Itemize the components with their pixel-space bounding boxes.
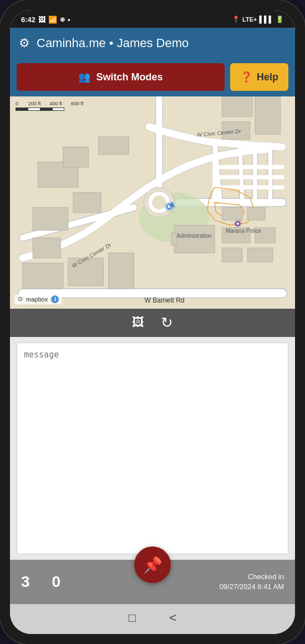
map-scale-bar: 0 200 ft 400 ft 600 ft (16, 101, 84, 111)
photo-toolbar-button[interactable]: 🖼 (132, 315, 144, 330)
people-icon: 👥 (78, 71, 90, 83)
map-container[interactable]: W Civic Center Dr W Civic Center Dr Admi… (10, 96, 295, 309)
switch-modes-button[interactable]: 👥 Switch Modes (17, 63, 225, 91)
svg-rect-8 (174, 225, 215, 253)
info-icon[interactable]: ℹ (51, 295, 59, 303)
counter-right: 0 (52, 573, 61, 591)
scale-600: 600 ft (71, 101, 84, 106)
svg-rect-2 (33, 207, 68, 230)
scale-line (16, 108, 84, 111)
road-label: W Barnett Rd (145, 297, 185, 304)
battery-icon: 🔋 (276, 16, 284, 23)
svg-rect-21 (109, 253, 134, 288)
svg-rect-15 (247, 248, 273, 262)
wifi-icon: 📶 (48, 16, 57, 24)
message-area (10, 337, 295, 560)
nav-bar: □ < (10, 604, 295, 634)
counter-left: 3 (21, 573, 30, 591)
map-toolbar: 🖼 ↻ (10, 309, 295, 337)
bottom-bar: 3 0 📌 Checked in 09/27/2024 6:41 AM (10, 560, 295, 604)
svg-rect-10 (222, 207, 242, 220)
app-header: ⚙ Caminha.me • James Demo (10, 28, 295, 59)
help-circle-icon: ❓ (240, 71, 252, 83)
settings-gear-icon[interactable]: ⚙ (19, 36, 30, 50)
mapbox-logo: ⊙ (18, 295, 23, 303)
scale-labels: 0 200 ft 400 ft 600 ft (16, 101, 84, 106)
photo-icon: 🖼 (38, 16, 45, 24)
svg-rect-18 (255, 96, 281, 134)
mapbox-text: mapbox (26, 296, 48, 303)
pin-icon: 📌 (143, 556, 162, 574)
back-nav-icon[interactable]: < (169, 611, 176, 625)
svg-rect-16 (222, 96, 253, 116)
svg-point-24 (152, 196, 166, 210)
signal-icon: ▌▌▌ (259, 16, 273, 23)
scale-200: 200 ft (28, 101, 41, 106)
checkin-date: 09/27/2024 6:41 AM (220, 582, 284, 592)
dot-icon: • (68, 16, 70, 24)
checkin-label: Checked in (220, 572, 284, 582)
action-bar: 👥 Switch Modes ❓ Help (10, 59, 295, 96)
location-icon: 📍 (232, 16, 240, 23)
message-input[interactable] (17, 343, 288, 555)
checkin-info: Checked in 09/27/2024 6:41 AM (220, 572, 284, 592)
cast-icon: ⊕ (60, 16, 65, 23)
header-title: Caminha.me • James Demo (37, 36, 189, 50)
phone-frame: 6:42 🖼 📶 ⊕ • 📍 LTE+ ▌▌▌ 🔋 ⚙ Caminha.me •… (0, 0, 305, 644)
mapbox-attribution: ⊙ mapbox ℹ (14, 294, 62, 304)
help-label: Help (257, 71, 278, 83)
svg-rect-4 (73, 192, 101, 212)
svg-text:Administration: Administration (177, 233, 212, 239)
switch-modes-label: Switch Modes (96, 71, 162, 83)
refresh-toolbar-button[interactable]: ↻ (161, 314, 173, 331)
svg-rect-14 (222, 248, 242, 262)
svg-rect-19 (23, 263, 63, 289)
status-right: 📍 LTE+ ▌▌▌ 🔋 (232, 16, 284, 23)
pin-fab-button[interactable]: 📌 (134, 546, 171, 583)
status-bar: 6:42 🖼 📶 ⊕ • 📍 LTE+ ▌▌▌ 🔋 (10, 10, 295, 28)
svg-text:Marana Police: Marana Police (226, 228, 261, 234)
home-nav-icon[interactable]: □ (129, 611, 136, 625)
lte-icon: LTE+ (242, 16, 257, 23)
scale-400: 400 ft (50, 101, 63, 106)
svg-rect-9 (172, 233, 177, 246)
svg-rect-3 (33, 238, 60, 258)
counter-section: 3 0 (21, 573, 60, 591)
svg-rect-7 (99, 137, 129, 155)
status-left: 6:42 🖼 📶 ⊕ • (21, 16, 70, 24)
svg-rect-11 (247, 207, 265, 220)
scale-0: 0 (16, 101, 18, 106)
svg-point-31 (237, 222, 240, 225)
svg-rect-6 (63, 147, 89, 167)
phone-screen: 6:42 🖼 📶 ⊕ • 📍 LTE+ ▌▌▌ 🔋 ⚙ Caminha.me •… (10, 10, 295, 634)
help-button[interactable]: ❓ Help (230, 63, 288, 91)
time-display: 6:42 (21, 16, 35, 24)
